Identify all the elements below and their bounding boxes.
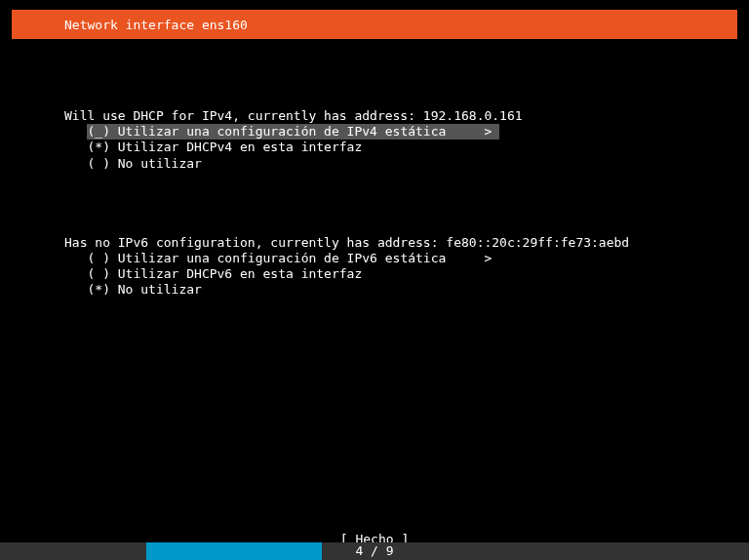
ipv4-section: Will use DHCP for IPv4, currently has ad… <box>64 93 685 172</box>
option-label: No utilizar <box>118 282 202 297</box>
option-label: No utilizar <box>118 156 202 171</box>
radio-marker: ( ) <box>87 266 109 281</box>
page-title: Network interface ens160 <box>64 18 248 32</box>
progress-label: 4 / 9 <box>0 542 749 560</box>
ipv6-heading: Has no IPv6 configuration, currently has… <box>64 235 629 250</box>
progress-bar: 4 / 9 <box>0 542 749 560</box>
radio-marker: (_) <box>87 124 109 139</box>
ipv4-option-dhcp[interactable]: (*) Utilizar DHCPv4 en esta interfaz <box>87 140 362 155</box>
option-label: Utilizar una configuración de IPv4 estát… <box>118 124 447 139</box>
header-bar: Network interface ens160 <box>12 10 737 39</box>
radio-marker: (*) <box>87 140 109 154</box>
ipv6-option-static[interactable]: ( ) Utilizar una configuración de IPv6 e… <box>87 251 492 266</box>
ipv6-option-disable[interactable]: (*) No utilizar <box>87 282 201 298</box>
radio-marker: ( ) <box>87 156 109 171</box>
chevron-right-icon: > <box>484 251 492 265</box>
option-label: Utilizar DHCPv6 en esta interfaz <box>118 266 362 281</box>
ipv6-section: Has no IPv6 configuration, currently has… <box>64 219 685 298</box>
ipv4-option-static[interactable]: (_) Utilizar una configuración de IPv4 e… <box>87 124 499 140</box>
installer-window: Network interface ens160 Will use DHCP f… <box>12 10 737 560</box>
radio-marker: ( ) <box>87 251 109 265</box>
option-label: Utilizar DHCPv4 en esta interfaz <box>118 140 362 154</box>
content-area: Will use DHCP for IPv4, currently has ad… <box>12 39 737 532</box>
chevron-right-icon: > <box>484 124 492 139</box>
radio-marker: (*) <box>87 282 109 297</box>
ipv6-option-dhcp[interactable]: ( ) Utilizar DHCPv6 en esta interfaz <box>87 266 362 282</box>
ipv4-option-disable[interactable]: ( ) No utilizar <box>87 156 201 172</box>
option-label: Utilizar una configuración de IPv6 estát… <box>118 251 447 265</box>
ipv4-heading: Will use DHCP for IPv4, currently has ad… <box>64 108 523 123</box>
